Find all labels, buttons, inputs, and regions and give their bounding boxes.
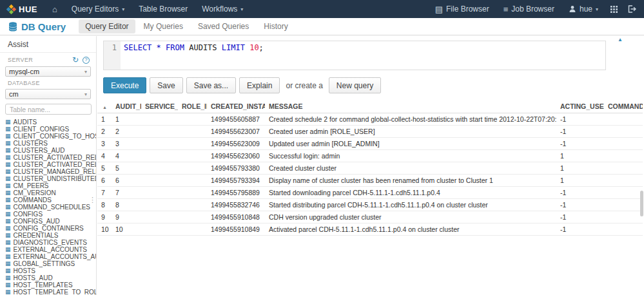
home-button[interactable]: ⌂: [45, 0, 64, 18]
sql-editor[interactable]: 1 SELECT * FROM AUDITS LIMIT 10;: [103, 41, 606, 70]
table-cell: Started downloading parcel CDH-5.11.1-1.…: [265, 187, 556, 199]
execute-button[interactable]: Execute: [103, 77, 146, 93]
table-icon: ▦: [5, 240, 11, 245]
table-list-item[interactable]: ▦EXTERNAL_ACCOUNTS: [0, 246, 96, 253]
table-list-item[interactable]: ▦COMMANDS: [0, 196, 96, 204]
collapse-editor-icon[interactable]: ▲: [618, 37, 623, 43]
top-navbar: HUE ⌂ Query Editors ▾ Table Browser Work…: [0, 0, 644, 18]
table-cell: [604, 211, 643, 224]
server-select[interactable]: mysql-cm ▾: [5, 66, 91, 77]
table-row: 111499455605887Created schedule 2 for co…: [97, 113, 643, 126]
nav-label: Query Editors: [72, 5, 119, 14]
table-list-item[interactable]: ▦HOSTS: [0, 267, 96, 274]
table-list-item[interactable]: ▦CONFIGS: [0, 211, 96, 218]
table-icon: ▦: [5, 268, 11, 274]
table-cell: [141, 150, 178, 162]
tab-saved-queries[interactable]: Saved Queries: [191, 19, 255, 33]
sql-token: [161, 43, 166, 52]
table-list-item[interactable]: ▦CM_VERSION: [0, 189, 96, 196]
sql-token: SELECT: [124, 43, 151, 52]
table-list-item[interactable]: ▦CLUSTER_UNDISTRIBUTED_RELEASES: [0, 175, 96, 182]
tab-history[interactable]: History: [257, 19, 294, 33]
column-header[interactable]: CREATED_INSTANT: [207, 100, 265, 113]
column-header[interactable]: ACTING_USER_ID: [556, 100, 604, 113]
table-cell: 1499455623009: [207, 138, 265, 150]
user-menu[interactable]: hue ▾: [561, 0, 605, 18]
tab-my-queries[interactable]: My Queries: [137, 19, 190, 33]
save-as-button[interactable]: Save as...: [186, 77, 236, 93]
nav-table-browser[interactable]: Table Browser: [132, 0, 195, 18]
query-line[interactable]: SELECT * FROM AUDITS LIMIT 10;: [121, 41, 264, 70]
table-list-item[interactable]: ▦HOST_TEMPLATE_TO_ROLE_CONFIG: [0, 289, 96, 295]
database-select[interactable]: cm ▾: [5, 89, 91, 99]
nav-label: Workflows: [202, 5, 237, 14]
table-list-item[interactable]: ▦CLUSTERS: [0, 140, 96, 147]
table-list-item[interactable]: ▦CONFIG_CONTAINERS: [0, 225, 96, 232]
nav-file-browser[interactable]: ▤ File Browser: [428, 0, 496, 18]
scrollbar-thumb[interactable]: [640, 191, 643, 216]
table-list-item[interactable]: ▦EXTERNAL_ACCOUNTS_AUD: [0, 253, 96, 260]
nav-query-editors[interactable]: Query Editors ▾: [64, 0, 132, 18]
app-title[interactable]: DB Query: [8, 21, 66, 32]
app-bar: DB Query Query Editor My Queries Saved Q…: [0, 18, 644, 35]
nav-job-browser[interactable]: ≡ Job Browser: [496, 0, 561, 18]
table-list-item[interactable]: ▦HOST_TEMPLATES: [0, 281, 96, 289]
table-list-item[interactable]: ▦CM_PEERS: [0, 182, 96, 189]
table-cell: [604, 187, 643, 199]
table-list-item[interactable]: ▦AUDITS: [0, 119, 96, 126]
table-name: HOST_TEMPLATE_TO_ROLE_CONFIG: [14, 289, 96, 295]
table-list-item[interactable]: ▦CONFIGS_AUD: [0, 218, 96, 225]
sort-icon: ▲: [102, 105, 107, 109]
column-header[interactable]: COMMAND: [604, 100, 643, 113]
table-list-item[interactable]: ▦CLUSTER_ACTIVATED_RELEASES_AUD: [0, 161, 96, 168]
table-cell: 1: [97, 113, 112, 126]
table-list-item[interactable]: ▦CLIENT_CONFIGS: [0, 126, 96, 133]
table-list-item[interactable]: ▦HOSTS_AUD: [0, 274, 96, 281]
table-list-item[interactable]: ▦GLOBAL_SETTINGS: [0, 260, 96, 267]
table-cell: 1: [556, 162, 604, 175]
table-list-item[interactable]: ▦DIAGNOSTICS_EVENTS: [0, 239, 96, 246]
table-filter-input[interactable]: [5, 104, 92, 115]
refresh-icon[interactable]: ↻: [72, 56, 79, 64]
table-list-item[interactable]: ▦COMMAND_SCHEDULES: [0, 204, 96, 211]
column-header[interactable]: AUDIT_ID: [112, 100, 141, 113]
table-icon: ▦: [5, 169, 11, 175]
column-header[interactable]: ROLE_ID: [178, 100, 207, 113]
table-icon: ▦: [5, 176, 11, 182]
sign-out-button[interactable]: [623, 0, 641, 18]
table-cell: [604, 138, 643, 150]
new-query-button[interactable]: New query: [329, 77, 381, 93]
results-area: ▲AUDIT_IDSERVICE_IDROLE_IDCREATED_INSTAN…: [97, 100, 644, 236]
table-icon: ▦: [5, 133, 11, 139]
nav-label: File Browser: [446, 5, 489, 14]
table-cell: [604, 175, 643, 187]
table-list-item[interactable]: ▦CLUSTER_ACTIVATED_RELEASES: [0, 154, 96, 161]
column-header[interactable]: SERVICE_ID: [141, 100, 178, 113]
table-cell: [141, 113, 178, 126]
column-header[interactable]: MESSAGE: [265, 100, 556, 113]
chevron-down-icon: ▾: [240, 6, 243, 12]
panel-resize-handle[interactable]: ⋮: [89, 196, 96, 204]
assist-tab[interactable]: Assist: [0, 36, 96, 53]
hue-logo[interactable]: HUE: [0, 0, 45, 18]
table-row: 881499455832746Started distributing parc…: [97, 199, 643, 211]
topnav-right: ▤ File Browser ≡ Job Browser hue ▾: [428, 0, 644, 18]
table-cell: 1: [112, 113, 141, 126]
apps-grid-button[interactable]: [605, 0, 623, 18]
table-list-item[interactable]: ▦CLUSTER_MANAGED_RELEASES: [0, 168, 96, 175]
server-select-value: mysql-cm: [9, 68, 39, 75]
nav-workflows[interactable]: Workflows ▾: [195, 0, 250, 18]
sql-token: FROM: [166, 43, 184, 52]
table-cell: 4: [112, 150, 141, 162]
table-list-item[interactable]: ▦CREDENTIALS: [0, 232, 96, 239]
username-label: hue: [580, 5, 592, 14]
sql-token: [151, 43, 156, 52]
table-list-item[interactable]: ▦CLIENT_CONFIGS_TO_HOSTS: [0, 133, 96, 140]
table-cell: 1499455910848: [207, 211, 265, 224]
save-button[interactable]: Save: [150, 77, 182, 93]
table-list-item[interactable]: ▦CLUSTERS_AUD: [0, 147, 96, 154]
tab-query-editor[interactable]: Query Editor: [79, 19, 135, 33]
explain-button[interactable]: Explain: [239, 77, 280, 93]
help-icon[interactable]: ?: [83, 57, 90, 64]
column-header[interactable]: ▲: [97, 100, 112, 113]
